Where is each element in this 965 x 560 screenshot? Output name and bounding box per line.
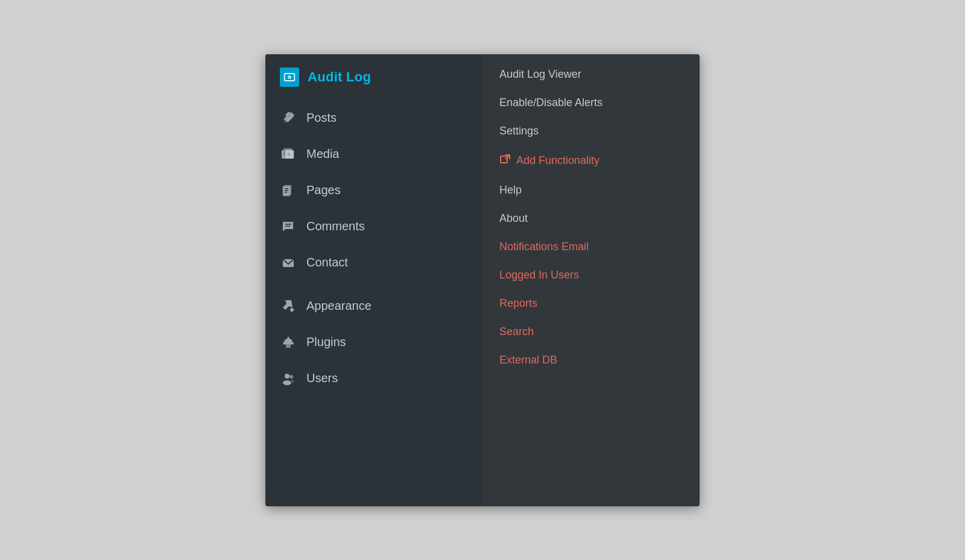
- svg-point-18: [285, 374, 290, 379]
- plugin-icon: [280, 334, 297, 351]
- submenu-item-external-db[interactable]: External DB: [482, 346, 700, 374]
- contact-label: Contact: [306, 256, 348, 269]
- pages-icon: [280, 182, 297, 199]
- audit-log-header[interactable]: Audit Log: [265, 54, 482, 100]
- comments-label: Comments: [306, 219, 365, 233]
- audit-log-title: Audit Log: [308, 69, 371, 85]
- svg-rect-17: [286, 344, 291, 348]
- pin-icon: [280, 110, 297, 127]
- svg-point-2: [289, 77, 290, 78]
- admin-menu: Audit Log Posts: [265, 54, 700, 506]
- media-label: Media: [306, 147, 339, 161]
- svg-rect-21: [501, 156, 507, 163]
- pages-label: Pages: [306, 183, 341, 197]
- left-nav-panel: Audit Log Posts: [265, 54, 482, 506]
- audit-log-icon: [280, 68, 299, 87]
- submenu-item-reports[interactable]: Reports: [482, 289, 700, 318]
- sidebar-item-pages[interactable]: Pages: [265, 172, 482, 209]
- sidebar-item-comments[interactable]: Comments: [265, 209, 482, 245]
- submenu-item-notifications-email[interactable]: Notifications Email: [482, 233, 700, 261]
- sidebar-item-posts[interactable]: Posts: [265, 100, 482, 136]
- sidebar-item-plugins[interactable]: Plugins: [265, 324, 482, 360]
- comment-icon: [280, 218, 297, 235]
- svg-rect-9: [283, 186, 290, 196]
- posts-label: Posts: [306, 111, 337, 125]
- submenu-item-search[interactable]: Search: [482, 318, 700, 346]
- plugins-label: Plugins: [306, 335, 346, 349]
- envelope-icon: [280, 254, 297, 271]
- users-label: Users: [306, 371, 338, 385]
- submenu-item-logged-in-users[interactable]: Logged In Users: [482, 261, 700, 289]
- sidebar-item-appearance[interactable]: Appearance: [265, 288, 482, 324]
- submenu-item-settings[interactable]: Settings: [482, 117, 700, 145]
- sidebar-item-media[interactable]: Media: [265, 136, 482, 172]
- user-icon: [280, 370, 297, 387]
- right-submenu-panel: Audit Log Viewer Enable/Disable Alerts S…: [482, 54, 700, 506]
- appearance-label: Appearance: [306, 299, 372, 313]
- submenu-item-help[interactable]: Help: [482, 176, 700, 204]
- svg-point-19: [283, 380, 291, 385]
- submenu-item-add-functionality[interactable]: Add Functionality: [482, 145, 700, 176]
- paint-icon: [280, 298, 297, 315]
- svg-point-16: [290, 308, 294, 312]
- sidebar-item-contact[interactable]: Contact: [265, 245, 482, 281]
- external-link-icon: [499, 153, 511, 168]
- sidebar-item-users[interactable]: Users: [265, 360, 482, 397]
- submenu-item-audit-log-viewer[interactable]: Audit Log Viewer: [482, 60, 700, 89]
- svg-point-20: [290, 375, 293, 379]
- media-icon: [280, 146, 297, 163]
- submenu-item-about[interactable]: About: [482, 204, 700, 233]
- submenu-item-enable-disable-alerts[interactable]: Enable/Disable Alerts: [482, 89, 700, 117]
